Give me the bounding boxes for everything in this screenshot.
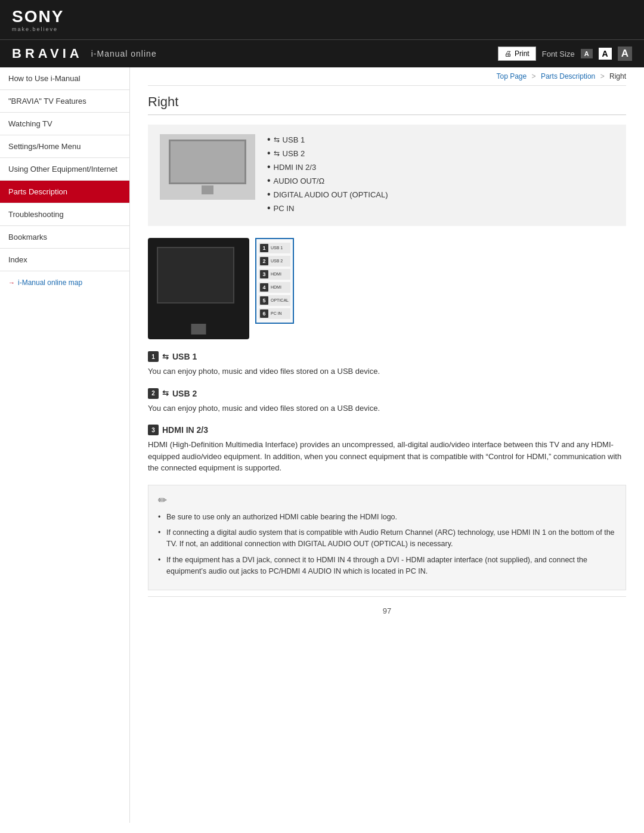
main-layout: How to Use i-Manual "BRAVIA" TV Features… bbox=[0, 67, 644, 823]
tv-stand-graphic bbox=[202, 185, 213, 194]
sidebar-item-watching-tv[interactable]: Watching TV bbox=[0, 113, 129, 135]
page-number: 97 bbox=[383, 606, 391, 615]
note-item-2: If connecting a digital audio system tha… bbox=[158, 527, 616, 550]
port-num-4: 4 bbox=[260, 283, 268, 292]
breadcrumb-parts-description[interactable]: Parts Description bbox=[541, 72, 595, 80]
tv-screen-graphic bbox=[169, 140, 246, 184]
port-label-1: USB 1 bbox=[271, 246, 283, 250]
sony-logo-text: SONY bbox=[12, 7, 64, 26]
note-box: ✏ Be sure to use only an authorized HDMI… bbox=[148, 485, 626, 591]
port-label-5: OPTICAL bbox=[271, 298, 289, 303]
port-label-3: HDMI bbox=[271, 272, 281, 277]
overview-list: ⇆ USB 1 ⇆ USB 2 HDMI IN 2/3 AUDIO OUT/Ω … bbox=[267, 134, 388, 216]
font-small-button[interactable]: A bbox=[581, 49, 593, 58]
list-item: HDMI IN 2/3 bbox=[267, 162, 388, 172]
sony-header: SONY make.believe bbox=[0, 0, 644, 39]
port-panel: 1 USB 1 2 USB 2 3 HDMI 4 HDMI 5 OPTICA bbox=[255, 238, 294, 324]
port-label-6: PC IN bbox=[271, 311, 282, 316]
sidebar-item-how-to-use[interactable]: How to Use i-Manual bbox=[0, 67, 129, 90]
overview-box: ⇆ USB 1 ⇆ USB 2 HDMI IN 2/3 AUDIO OUT/Ω … bbox=[148, 125, 626, 226]
port-label-4: HDMI bbox=[271, 285, 281, 290]
port-label-2: USB 2 bbox=[271, 259, 283, 264]
font-large-button[interactable]: A bbox=[618, 47, 632, 61]
tv-detail-screen bbox=[157, 247, 234, 304]
port-num-3: 3 bbox=[260, 270, 268, 278]
font-medium-button[interactable]: A bbox=[599, 48, 612, 60]
usb-icon-1: ⇆ bbox=[274, 135, 280, 144]
section-label-usb1: USB 1 bbox=[172, 352, 197, 361]
section-desc-hdmi: HDMI (High-Definition Multimedia Interfa… bbox=[148, 439, 626, 474]
sidebar-item-parts-description[interactable]: Parts Description bbox=[0, 181, 129, 203]
note-item-3: If the equipment has a DVI jack, connect… bbox=[158, 555, 616, 577]
list-item: ⇆ USB 1 bbox=[267, 134, 388, 145]
usb-sym-2: ⇆ bbox=[162, 389, 169, 398]
arrow-right-icon: → bbox=[8, 279, 15, 286]
port-num-6: 6 bbox=[260, 309, 268, 318]
list-item: DIGITAL AUDIO OUT (OPTICAL) bbox=[267, 189, 388, 200]
section-usb1: 1 ⇆ USB 1 You can enjoy photo, music and… bbox=[148, 351, 626, 377]
bravia-logo: BRAVIA bbox=[12, 46, 83, 61]
usb-icon-2: ⇆ bbox=[274, 149, 280, 157]
tv-detail-stand bbox=[191, 324, 206, 335]
section-usb2: 2 ⇆ USB 2 You can enjoy photo, music and… bbox=[148, 388, 626, 414]
port-row-2: 2 USB 2 bbox=[259, 256, 290, 267]
print-label: Print bbox=[515, 49, 530, 58]
breadcrumb: Top Page > Parts Description > Right bbox=[148, 67, 626, 86]
header-right-controls: 🖨 Print Font Size A A A bbox=[498, 47, 632, 61]
diagram-area: 1 USB 1 2 USB 2 3 HDMI 4 HDMI 5 OPTICA bbox=[148, 238, 626, 339]
content-area: Top Page > Parts Description > Right Rig… bbox=[130, 67, 644, 823]
tv-detail-image bbox=[148, 238, 249, 339]
page-footer: 97 bbox=[148, 596, 626, 625]
tv-overview-image bbox=[160, 134, 255, 200]
section-desc-usb2: You can enjoy photo, music and video fil… bbox=[148, 402, 626, 414]
section-title-hdmi: 3 HDMI IN 2/3 bbox=[148, 425, 626, 435]
note-list: Be sure to use only an authorized HDMI c… bbox=[158, 512, 616, 577]
port-row-3: 3 HDMI bbox=[259, 269, 290, 280]
port-num-1: 1 bbox=[260, 244, 268, 252]
sidebar-item-settings-home[interactable]: Settings/Home Menu bbox=[0, 135, 129, 158]
port-num-2: 2 bbox=[260, 257, 268, 265]
breadcrumb-top-page[interactable]: Top Page bbox=[496, 72, 527, 80]
print-button[interactable]: 🖨 Print bbox=[498, 47, 536, 61]
title-bar: BRAVIA i-Manual online 🖨 Print Font Size… bbox=[0, 39, 644, 67]
section-label-hdmi: HDMI IN 2/3 bbox=[162, 425, 208, 435]
section-title-usb1: 1 ⇆ USB 1 bbox=[148, 351, 626, 362]
list-item: AUDIO OUT/Ω bbox=[267, 175, 388, 186]
usb-sym-1: ⇆ bbox=[162, 352, 169, 361]
imanual-subtitle: i-Manual online bbox=[91, 49, 157, 58]
sidebar-item-bravia-features[interactable]: "BRAVIA" TV Features bbox=[0, 90, 129, 113]
num-badge-3: 3 bbox=[148, 425, 159, 435]
note-item-1: Be sure to use only an authorized HDMI c… bbox=[158, 512, 616, 523]
bravia-title-group: BRAVIA i-Manual online bbox=[12, 46, 157, 61]
sony-tagline: make.believe bbox=[12, 26, 58, 32]
section-desc-usb1: You can enjoy photo, music and video fil… bbox=[148, 366, 626, 377]
section-title-usb2: 2 ⇆ USB 2 bbox=[148, 388, 626, 399]
list-item: PC IN bbox=[267, 203, 388, 213]
sidebar-item-bookmarks[interactable]: Bookmarks bbox=[0, 226, 129, 249]
sidebar: How to Use i-Manual "BRAVIA" TV Features… bbox=[0, 67, 130, 823]
sidebar-item-troubleshooting[interactable]: Troubleshooting bbox=[0, 203, 129, 226]
num-badge-2: 2 bbox=[148, 388, 159, 399]
font-size-label: Font Size bbox=[542, 49, 575, 58]
section-label-usb2: USB 2 bbox=[172, 389, 197, 398]
print-icon: 🖨 bbox=[504, 49, 512, 58]
sidebar-item-using-other[interactable]: Using Other Equipment/Internet bbox=[0, 158, 129, 181]
breadcrumb-current: Right bbox=[609, 72, 626, 80]
breadcrumb-sep-1: > bbox=[532, 72, 536, 80]
note-pencil-icon: ✏ bbox=[158, 494, 616, 507]
port-row-5: 5 OPTICAL bbox=[259, 295, 290, 306]
port-row-4: 4 HDMI bbox=[259, 282, 290, 293]
port-row-6: 6 PC IN bbox=[259, 308, 290, 319]
port-row-1: 1 USB 1 bbox=[259, 243, 290, 253]
sidebar-item-index[interactable]: Index bbox=[0, 249, 129, 271]
breadcrumb-sep-2: > bbox=[600, 72, 605, 80]
imanual-map-link[interactable]: → i-Manual online map bbox=[0, 271, 129, 294]
port-num-5: 5 bbox=[260, 296, 268, 305]
sony-logo: SONY make.believe bbox=[12, 7, 64, 32]
num-badge-1: 1 bbox=[148, 351, 159, 362]
page-title: Right bbox=[148, 94, 626, 115]
section-hdmi: 3 HDMI IN 2/3 HDMI (High-Definition Mult… bbox=[148, 425, 626, 474]
list-item: ⇆ USB 2 bbox=[267, 148, 388, 159]
